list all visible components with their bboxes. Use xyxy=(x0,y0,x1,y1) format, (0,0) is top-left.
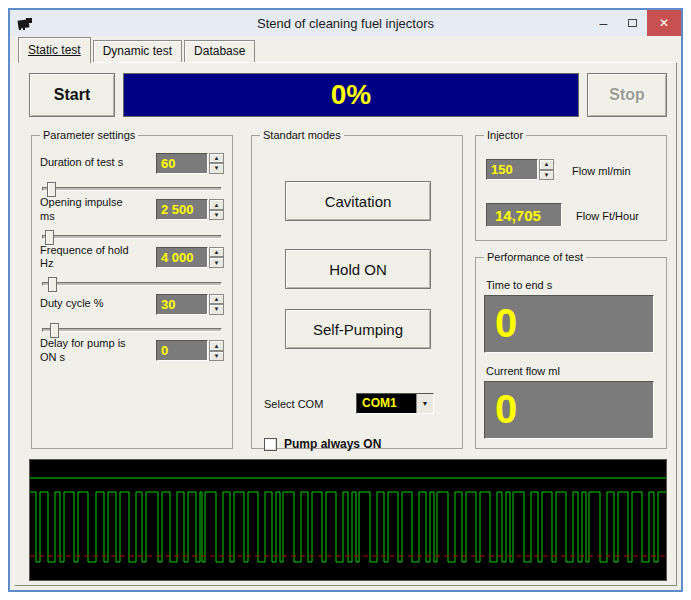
select-com-label: Select COM xyxy=(264,398,323,410)
cavitation-button[interactable]: Cavitation xyxy=(285,181,431,221)
parameter-settings-title: Parameter settings xyxy=(40,129,138,141)
param-row-pump-delay: Delay for pump is ON s 0 ▲ ▼ xyxy=(40,337,224,365)
static-test-page: Start 0% Stop Parameter settings Duratio… xyxy=(14,62,677,586)
spin-down-icon[interactable]: ▼ xyxy=(209,304,224,315)
frequency-spinner: ▲ ▼ xyxy=(209,247,224,268)
opening-impulse-slider[interactable] xyxy=(42,235,222,239)
flow-unit-label: Flow ml/min xyxy=(572,165,631,177)
chevron-down-icon[interactable]: ▼ xyxy=(416,394,433,413)
duty-cycle-spinner: ▲ ▼ xyxy=(209,294,224,315)
duty-cycle-input[interactable]: 30 xyxy=(156,294,208,315)
checkbox-icon xyxy=(264,438,277,451)
app-icon xyxy=(17,16,34,31)
progress-value: 0% xyxy=(331,79,371,111)
pump-delay-input[interactable]: 0 xyxy=(156,340,208,361)
self-pumping-button[interactable]: Self-Pumping xyxy=(285,309,431,349)
parameter-settings-group: Parameter settings Duration of test s 60… xyxy=(31,129,233,449)
spin-up-icon[interactable]: ▲ xyxy=(209,340,224,351)
pump-always-on-checkbox[interactable]: Pump always ON xyxy=(264,437,381,451)
minimize-button[interactable]: – xyxy=(589,10,618,36)
performance-title: Performance of test xyxy=(484,251,586,263)
param-row-duration: Duration of test s 60 ▲ ▼ xyxy=(40,150,224,176)
duty-cycle-slider[interactable] xyxy=(42,328,222,332)
pump-delay-label: Delay for pump is ON s xyxy=(40,337,140,365)
tab-database[interactable]: Database xyxy=(184,40,255,62)
time-to-end-display: 0 xyxy=(484,295,654,353)
duration-spinner: ▲ ▼ xyxy=(209,153,224,174)
duration-label: Duration of test s xyxy=(40,156,140,170)
injector-flow-input[interactable]: 150 xyxy=(486,159,538,180)
param-row-duty-cycle: Duty cycle % 30 ▲ ▼ xyxy=(40,291,224,317)
scope-svg xyxy=(30,460,666,580)
param-row-frequency: Frequence of hold Hz 4 000 ▲ ▼ xyxy=(40,244,224,272)
slider-thumb[interactable] xyxy=(50,323,59,338)
tab-dynamic-test[interactable]: Dynamic test xyxy=(93,40,182,62)
duration-input[interactable]: 60 xyxy=(156,153,208,174)
duration-slider[interactable] xyxy=(42,187,222,191)
param-row-opening-impulse: Opening impulse ms 2 500 ▲ ▼ xyxy=(40,196,224,224)
current-flow-display: 0 xyxy=(484,381,654,439)
tab-static-test[interactable]: Static test xyxy=(18,37,91,63)
slider-thumb[interactable] xyxy=(45,230,54,245)
opening-impulse-label: Opening impulse ms xyxy=(40,196,140,224)
spin-down-icon[interactable]: ▼ xyxy=(209,210,224,221)
progress-bar: 0% xyxy=(123,73,579,117)
spin-down-icon[interactable]: ▼ xyxy=(539,170,554,181)
frequency-label: Frequence of hold Hz xyxy=(40,244,140,272)
title-bar[interactable]: Stend of cleaning fuel injectors – ✕ xyxy=(10,10,681,36)
maximize-button[interactable] xyxy=(618,10,647,36)
maximize-icon xyxy=(628,19,637,27)
pump-always-on-label: Pump always ON xyxy=(284,437,381,451)
spin-up-icon[interactable]: ▲ xyxy=(209,247,224,258)
opening-impulse-spinner: ▲ ▼ xyxy=(209,199,224,220)
hold-on-button[interactable]: Hold ON xyxy=(285,249,431,289)
app-window: Stend of cleaning fuel injectors – ✕ Sta… xyxy=(8,8,683,592)
injector-group: Injector 150 ▲ ▼ Flow ml/min 14,705 Flow… xyxy=(475,129,667,241)
spin-down-icon[interactable]: ▼ xyxy=(209,163,224,174)
close-button[interactable]: ✕ xyxy=(647,10,681,36)
current-flow-label: Current flow ml xyxy=(486,365,560,377)
spin-up-icon[interactable]: ▲ xyxy=(209,153,224,164)
flow-hour-unit-label: Flow Ft/Hour xyxy=(576,210,639,222)
pump-delay-spinner: ▲ ▼ xyxy=(209,340,224,361)
performance-group: Performance of test Time to end s 0 Curr… xyxy=(475,251,667,449)
frequency-slider[interactable] xyxy=(42,282,222,286)
spin-up-icon[interactable]: ▲ xyxy=(209,294,224,305)
time-to-end-label: Time to end s xyxy=(486,279,552,291)
standart-modes-title: Standart modes xyxy=(260,129,344,141)
oscilloscope-display xyxy=(29,459,667,581)
spin-down-icon[interactable]: ▼ xyxy=(209,351,224,362)
tab-strip: Static test Dynamic test Database xyxy=(10,36,681,62)
injector-flow-spinner: ▲ ▼ xyxy=(539,159,554,180)
window-controls: – ✕ xyxy=(589,10,681,36)
com-port-value: COM1 xyxy=(357,394,416,413)
spin-up-icon[interactable]: ▲ xyxy=(209,199,224,210)
flow-per-hour-display: 14,705 xyxy=(486,203,562,227)
start-button[interactable]: Start xyxy=(29,73,115,117)
frequency-input[interactable]: 4 000 xyxy=(156,247,208,268)
com-port-select[interactable]: COM1 ▼ xyxy=(356,393,434,414)
standart-modes-group: Standart modes Cavitation Hold ON Self-P… xyxy=(251,129,463,449)
stop-button[interactable]: Stop xyxy=(587,73,667,117)
spin-down-icon[interactable]: ▼ xyxy=(209,257,224,268)
slider-thumb[interactable] xyxy=(48,277,57,292)
window-title: Stend of cleaning fuel injectors xyxy=(10,16,681,31)
injector-title: Injector xyxy=(484,129,526,141)
duty-cycle-label: Duty cycle % xyxy=(40,297,140,311)
opening-impulse-input[interactable]: 2 500 xyxy=(156,199,208,220)
slider-thumb[interactable] xyxy=(47,182,56,197)
spin-up-icon[interactable]: ▲ xyxy=(539,159,554,170)
